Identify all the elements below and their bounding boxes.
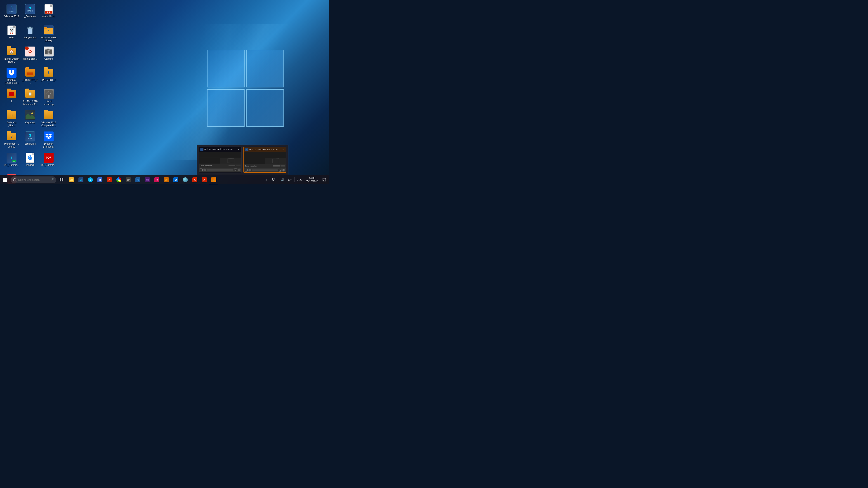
taskbar-icon-photoshop[interactable]: Ps — [133, 175, 143, 185]
svg-marker-47 — [273, 178, 275, 180]
desktop-icon-3dsmax2019[interactable]: 3 MAX 3ds Max 2019 — [3, 3, 20, 23]
svg-marker-14 — [8, 70, 11, 72]
win-logo-pane-tr — [246, 50, 284, 88]
taskbar-icon-file-explorer[interactable]: 📁 — [67, 175, 76, 185]
desktop-icon-capture[interactable]: Capture — [40, 45, 57, 66]
language-indicator[interactable]: ENG — [296, 178, 303, 181]
taskbar-icon-revit[interactable]: R — [95, 175, 104, 185]
preview-add-btn-2[interactable]: + — [248, 169, 251, 171]
desktop-icon-photoshop-course[interactable]: 3 Photoshop_... course — [3, 130, 20, 151]
svg-marker-34 — [49, 133, 52, 136]
svg-rect-20 — [27, 72, 33, 72]
search-icon — [13, 178, 16, 182]
svg-rect-43 — [62, 178, 63, 180]
clock-widget[interactable]: 14:36 05/10/2018 — [304, 175, 320, 185]
desktop-icon-3dsmax-2018-ref[interactable]: 📄 3ds Max 2018 Reference E... — [21, 88, 39, 108]
preview-add-btn-1b[interactable]: + — [238, 168, 241, 171]
taskbar-icon-acrobat2[interactable]: A — [200, 175, 209, 185]
tray-separator — [278, 177, 278, 182]
indesign-icon: Id — [154, 177, 159, 182]
svg-rect-41 — [5, 180, 7, 182]
taskbar-icon-illustrator[interactable]: Ai — [162, 175, 171, 185]
taskbar-icon-bridge[interactable]: Br — [124, 175, 133, 185]
desktop-icon-dc-gamma-ms[interactable]: 3 MS DC_Gamma... — [3, 151, 20, 172]
svg-rect-54 — [323, 180, 324, 181]
desktop-icon-container[interactable]: 3 MAXC _Container — [21, 3, 39, 23]
microphone-icon[interactable]: 🎤 — [50, 178, 54, 182]
start-button[interactable] — [0, 175, 10, 185]
search-bar[interactable]: 🎤 — [11, 176, 56, 183]
preview-close-btn-1[interactable]: ✕ — [237, 148, 240, 151]
svg-rect-52 — [323, 179, 325, 180]
system-tray: ∧ 🔊 — [263, 175, 329, 185]
taskbar-icon-outlook[interactable]: O — [171, 175, 180, 185]
desktop-icon-capture1[interactable]: Capture1 — [21, 109, 39, 129]
action-center-button[interactable] — [321, 176, 327, 183]
revit-icon: R — [97, 177, 102, 182]
svg-point-12 — [48, 51, 50, 53]
3dsmax-active-icon: 3 — [211, 177, 216, 182]
preview-close-btn-2[interactable]: ✕ — [281, 148, 285, 151]
preview-card-1[interactable]: 3 Untitled - Autodesk 3ds Max 20... ✕ — [199, 147, 242, 173]
preview-add-btn-1[interactable]: + — [204, 168, 206, 171]
desktop-icon-project-f2[interactable]: 3 _PROJECT_F... — [40, 66, 57, 87]
preview-app-icon-2: 3 — [245, 148, 248, 151]
taskbar-pinned-apps: 📁 3 S R A — [67, 175, 218, 185]
taskbar-icon-3dsmax[interactable]: 3 — [76, 175, 86, 185]
desktop-icon-scull[interactable]: 💀 SKB scull — [3, 24, 20, 44]
task-view-button[interactable] — [57, 175, 66, 185]
desktop-icon-windmill-skb[interactable]: SKB windmill.skb — [40, 3, 57, 23]
autocad-icon: A — [192, 177, 197, 182]
desktop-icon-3dsmax-asset[interactable]: 3 3ds Max Asset Library — [40, 24, 57, 44]
svg-text:3: 3 — [48, 30, 49, 33]
taskbar-icon-indesign[interactable]: Id — [152, 175, 161, 185]
svg-rect-1 — [29, 29, 29, 33]
preview-content-1: Object Inspection ▶ + ■ + — [199, 152, 241, 172]
taskbar-icon-chrome[interactable] — [114, 175, 123, 185]
taskbar-preview-popup: 3 Untitled - Autodesk 3ds Max 20... ✕ — [197, 144, 288, 175]
svg-rect-45 — [62, 180, 63, 182]
preview-play-btn-1[interactable]: ▶ — [200, 168, 203, 171]
desktop-icon-windmill[interactable]: 🌀 windmill — [21, 151, 39, 172]
svg-rect-21 — [27, 73, 33, 74]
search-input[interactable] — [18, 178, 50, 181]
preview-end-btn-1[interactable]: ■ — [234, 168, 237, 171]
svg-rect-5 — [29, 27, 31, 28]
svg-rect-53 — [323, 180, 325, 180]
win-logo-pane-tl — [207, 50, 245, 88]
skype-icon: S — [88, 177, 93, 182]
preview-play-btn-2[interactable]: ▶ — [245, 169, 248, 171]
desktop-icon-sculptures[interactable]: 3 MAX Sculptures — [21, 130, 39, 151]
desktop-icon-arch-viz[interactable]: 3 Arch_Viz _Ude... — [3, 109, 20, 129]
desktop-icon-interior-design[interactable]: 🏠 Interior Design Revi... — [3, 45, 20, 66]
desktop-icon-dropbox-soda[interactable]: Dropbox (Soda & Co.) — [3, 66, 20, 87]
desktop-icon-folder-2[interactable]: 2 — [3, 88, 20, 108]
tray-separator-2 — [294, 177, 294, 182]
desktop-icon-3dsmax-2018-complete[interactable]: 3ds Max 2018 Complete R... — [40, 109, 57, 129]
desktop-icon-project-f1[interactable]: _PROJECT_F... — [21, 66, 39, 87]
preview-add-btn-2b[interactable]: + — [282, 169, 285, 171]
preview-end-btn-2[interactable]: ■ — [279, 169, 281, 171]
svg-rect-29 — [48, 95, 50, 98]
taskbar-icon-sphere[interactable] — [181, 175, 190, 185]
taskbar-icon-muse[interactable]: Mu — [143, 175, 152, 185]
tray-up-arrow[interactable]: ∧ — [263, 176, 269, 183]
tray-volume-icon[interactable]: 🔊 — [279, 176, 286, 183]
taskbar-icon-3dsmax-active[interactable]: 3 — [209, 175, 218, 185]
taskbar-icon-skype[interactable]: S — [86, 175, 95, 185]
svg-point-32 — [31, 112, 33, 114]
desktop-icon-cloud-rendering[interactable]: cloud rendering — [40, 88, 57, 108]
desktop-icon-malina[interactable]: ✿ Malina_sign... — [21, 45, 39, 66]
preview-card-2[interactable]: 3 Untitled - Autodesk 3ds Max 20... ✕ — [243, 147, 286, 173]
desktop: 3 MAX 3ds Max 2019 3 MAXC _Container SKB — [0, 0, 329, 184]
taskbar-icon-autocad[interactable]: A — [190, 175, 199, 185]
svg-rect-19 — [27, 71, 33, 71]
tray-network-icon[interactable] — [287, 176, 293, 183]
desktop-icon-dropbox-personal[interactable]: Dropbox (Personal) — [40, 130, 57, 151]
outlook-icon: O — [174, 177, 178, 182]
svg-rect-44 — [60, 180, 61, 182]
desktop-icon-recycle-bin[interactable]: Recycle Bin — [21, 24, 39, 44]
taskbar-icon-acrobat[interactable]: A — [105, 175, 114, 185]
tray-dropbox-icon[interactable] — [270, 176, 276, 183]
desktop-icon-dc-gamma-pdf[interactable]: PDF DC_Gamma... — [40, 151, 57, 172]
